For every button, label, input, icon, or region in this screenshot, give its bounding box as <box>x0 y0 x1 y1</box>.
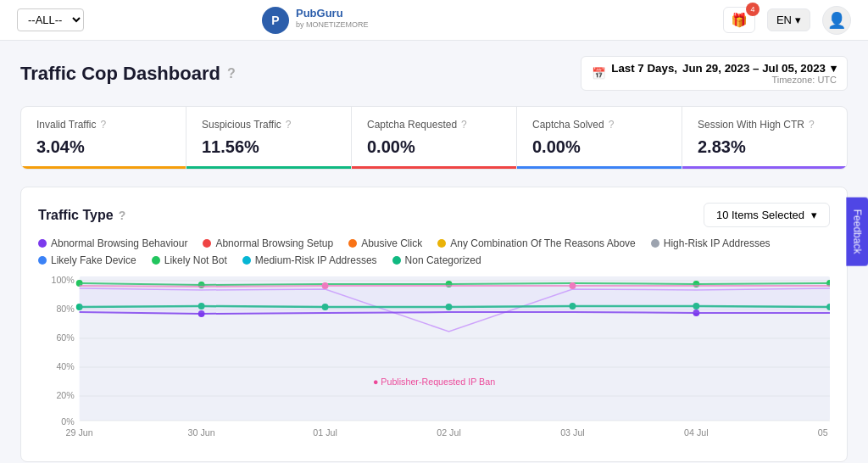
date-range-button[interactable]: 📅 Last 7 Days, Jun 29, 2023 – Jul 05, 20… <box>581 56 848 91</box>
svg-text:40%: 40% <box>56 361 75 371</box>
date-range-text: Last 7 Days, Jun 29, 2023 – Jul 05, 2023… <box>611 62 837 85</box>
legend-item-2: Abusive Click <box>348 237 422 249</box>
title-help-icon[interactable]: ? <box>227 66 236 81</box>
metric-bar-0 <box>21 166 186 169</box>
svg-text:03 Jul: 03 Jul <box>560 427 585 438</box>
metric-help-1[interactable]: ? <box>286 119 292 131</box>
legend-label-0: Abnormal Browsing Behaviour <box>51 237 187 249</box>
legend-dot-8 <box>392 256 401 265</box>
metric-label-4: Session With High CTR ? <box>698 119 832 131</box>
legend-dot-6 <box>152 256 160 265</box>
metric-suspicious-traffic: Suspicious Traffic ? 11.56% <box>186 107 352 169</box>
line-chart: 100% 80% 60% 40% 20% 0% ● Publisher-Requ… <box>38 276 830 446</box>
timezone-label: Timezone: UTC <box>771 75 837 85</box>
feedback-tab[interactable]: Feedback <box>847 198 868 266</box>
metric-label-text-4: Session With High CTR <box>698 119 804 131</box>
user-button[interactable]: 👤 <box>822 6 851 35</box>
date-label: Last 7 Days, <box>611 62 677 75</box>
svg-text:● Publisher-Requested IP Ban: ● Publisher-Requested IP Ban <box>373 377 495 387</box>
svg-text:05 Jul: 05 Jul <box>818 427 830 438</box>
nav-right: 🎁4 EN ▾ 👤 <box>723 6 851 35</box>
svg-text:30 Jun: 30 Jun <box>188 427 215 438</box>
legend-label-5: Likely Fake Device <box>51 254 136 266</box>
metric-captcha-solved: Captcha Solved ? 0.00% <box>517 107 682 169</box>
svg-marker-34 <box>80 283 830 313</box>
chart-help-icon[interactable]: ? <box>119 209 126 222</box>
legend-label-6: Likely Not Bot <box>164 254 227 266</box>
svg-text:20%: 20% <box>56 390 75 400</box>
legend-label-8: Non Categorized <box>405 254 481 266</box>
legend-item-6: Likely Not Bot <box>152 254 227 266</box>
chart-legend: Abnormal Browsing Behaviour Abnormal Bro… <box>38 237 830 266</box>
legend-label-7: Medium-Risk IP Addresses <box>255 254 377 266</box>
page-title: Traffic Cop Dashboard <box>20 63 220 85</box>
metric-bar-2 <box>352 166 516 169</box>
metric-label-1: Suspicious Traffic ? <box>202 119 336 131</box>
metric-label-text-1: Suspicious Traffic <box>202 119 281 131</box>
lang-label: EN <box>776 14 792 26</box>
language-button[interactable]: EN ▾ <box>767 8 810 31</box>
metric-value-2: 0.00% <box>367 137 501 157</box>
legend-label-3: Any Combination Of The Reasons Above <box>450 237 636 249</box>
metric-value-3: 0.00% <box>532 137 666 157</box>
site-select[interactable]: --ALL-- <box>17 8 84 31</box>
items-select-button[interactable]: 10 Items Selected ▾ <box>704 203 830 227</box>
legend-label-1: Abnormal Browsing Setup <box>215 237 333 249</box>
legend-label-2: Abusive Click <box>361 237 422 249</box>
items-selected-label: 10 Items Selected <box>716 209 804 221</box>
metric-captcha-requested: Captcha Requested ? 0.00% <box>352 107 517 169</box>
metric-help-3[interactable]: ? <box>609 119 615 131</box>
metric-bar-4 <box>682 166 847 169</box>
metric-label-text-3: Captcha Solved <box>532 119 604 131</box>
legend-dot-2 <box>348 239 357 248</box>
page-title-container: Traffic Cop Dashboard ? <box>20 63 236 85</box>
date-value: Jun 29, 2023 – Jul 05, 2023 <box>682 62 826 75</box>
metric-help-4[interactable]: ? <box>809 119 815 131</box>
chart-area: 100% 80% 60% 40% 20% 0% ● Publisher-Requ… <box>38 276 830 446</box>
chart-section: Traffic Type ? 10 Items Selected ▾ Abnor… <box>20 187 848 462</box>
metric-bar-1 <box>186 166 351 169</box>
svg-text:01 Jul: 01 Jul <box>313 427 337 438</box>
legend-item-5: Likely Fake Device <box>38 254 136 266</box>
legend-item-4: High-Risk IP Addresses <box>651 237 771 249</box>
date-range-top: Last 7 Days, Jun 29, 2023 – Jul 05, 2023… <box>611 62 837 75</box>
main-content: Traffic Cop Dashboard ? 📅 Last 7 Days, J… <box>0 41 868 463</box>
legend-dot-1 <box>203 239 211 248</box>
svg-text:100%: 100% <box>51 276 75 285</box>
metric-label-text-2: Captcha Requested <box>367 119 457 131</box>
legend-item-8: Non Categorized <box>392 254 481 266</box>
date-range-section: 📅 Last 7 Days, Jun 29, 2023 – Jul 05, 20… <box>581 56 848 91</box>
nav-left: --ALL-- <box>17 8 84 31</box>
metric-invalid-traffic: Invalid Traffic ? 3.04% <box>21 107 186 169</box>
gift-button[interactable]: 🎁4 <box>723 7 755 33</box>
metric-help-0[interactable]: ? <box>100 119 106 131</box>
svg-text:60%: 60% <box>56 332 75 343</box>
calendar-icon: 📅 <box>592 67 606 80</box>
metrics-row: Invalid Traffic ? 3.04% Suspicious Traff… <box>20 106 848 170</box>
metric-bar-3 <box>517 166 682 169</box>
svg-text:P: P <box>271 14 279 27</box>
svg-text:04 Jul: 04 Jul <box>684 427 709 438</box>
nav-logo: P PubGuru by MONETIZEMORE <box>260 5 370 36</box>
svg-text:80%: 80% <box>56 304 75 314</box>
svg-text:0%: 0% <box>61 416 75 427</box>
metric-value-1: 11.56% <box>202 137 336 157</box>
metric-label-text-0: Invalid Traffic <box>36 119 96 131</box>
legend-dot-4 <box>651 239 659 248</box>
date-chevron: ▾ <box>831 62 837 75</box>
logo-svg: P PubGuru by MONETIZEMORE <box>260 5 370 36</box>
metric-help-2[interactable]: ? <box>461 119 467 131</box>
svg-text:PubGuru: PubGuru <box>296 7 343 20</box>
chart-header: Traffic Type ? 10 Items Selected ▾ <box>38 203 830 227</box>
page-header: Traffic Cop Dashboard ? 📅 Last 7 Days, J… <box>20 56 848 91</box>
metric-value-4: 2.83% <box>698 137 832 157</box>
lang-chevron: ▾ <box>795 14 801 26</box>
legend-dot-0 <box>38 239 47 248</box>
gift-badge: 4 <box>746 3 760 16</box>
metric-value-0: 3.04% <box>36 137 170 157</box>
legend-item-0: Abnormal Browsing Behaviour <box>38 237 187 249</box>
metric-high-ctr: Session With High CTR ? 2.83% <box>682 107 847 169</box>
chart-title-text: Traffic Type <box>38 208 114 223</box>
chart-title: Traffic Type ? <box>38 208 125 223</box>
legend-dot-3 <box>437 239 446 248</box>
